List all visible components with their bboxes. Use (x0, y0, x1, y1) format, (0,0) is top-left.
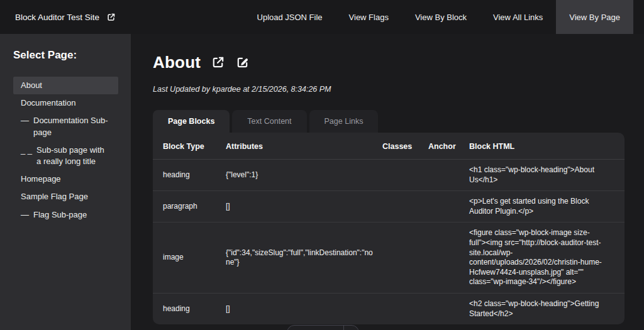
cell-anchor (428, 248, 469, 267)
cell-block-type: heading (163, 165, 226, 186)
table-column-header: Anchor (428, 133, 469, 159)
cell-block-html: <h2 class="wp-block-heading">Getting Sta… (469, 294, 613, 324)
cell-attributes: [] (226, 196, 382, 217)
nav-item[interactable]: View All Links (480, 0, 556, 34)
nav-item[interactable]: View Flags (336, 0, 402, 34)
tab[interactable]: Page Links (309, 110, 379, 133)
sidebar-heading: Select Page: (13, 49, 118, 62)
cell-classes (382, 300, 428, 319)
sidebar-page-item[interactable]: — Documentation Sub-page (13, 112, 118, 141)
cell-classes (382, 166, 428, 185)
page-blocks-panel: Block Type Attributes Classes Anchor Blo… (153, 133, 625, 324)
sidebar-page-item[interactable]: About (13, 77, 118, 94)
nav-item[interactable]: View By Page (556, 0, 633, 34)
cell-attributes: [] (226, 299, 382, 320)
cell-anchor (428, 197, 469, 216)
page-depth-prefix: — (21, 115, 29, 126)
site-title: Block Auditor Test Site (15, 13, 99, 22)
sidebar-page-item[interactable]: Sample Flag Page (13, 188, 118, 206)
page-title: About (153, 53, 201, 72)
cell-block-html: <p>Let's get started using the Block Aud… (469, 191, 613, 222)
table-body: heading {"level":1} <h1 class="wp-block-… (153, 160, 625, 324)
table-column-header: Attributes (226, 133, 382, 159)
table-column-header: Classes (382, 133, 428, 159)
sidebar-page-item[interactable]: — Flag Sub-page (13, 206, 118, 224)
cell-attributes: {"id":34,"sizeSlug":"full","linkDestinat… (226, 243, 382, 273)
external-link-icon (106, 13, 116, 22)
nav-item[interactable]: View By Block (402, 0, 480, 34)
sidebar-page-item[interactable]: Documentation (13, 94, 118, 112)
button-group-divider (343, 326, 344, 330)
app-window: Block Auditor Test Site Upload JSON File… (0, 0, 644, 330)
last-updated-text: Last Updated by kpardee at 2/15/2026, 8:… (153, 85, 644, 94)
page-item-label: Sample Flag Page (21, 191, 88, 202)
sidebar-page-item[interactable]: _ _ Sub-sub page with a really long titl… (13, 141, 118, 170)
page-depth-prefix: — (21, 209, 29, 221)
cell-block-html: <figure class="wp-block-image size-full"… (469, 223, 613, 293)
nav-item-label: View Flags (349, 13, 389, 22)
page-depth-prefix: _ _ (21, 145, 32, 156)
table-row: paragraph [] <p>Let's get started using … (153, 190, 625, 222)
open-page-button[interactable] (211, 55, 225, 70)
page-list: About Documentation — Documentation Sub-… (13, 77, 118, 224)
page-item-label: Sub-sub page with a really long title (36, 145, 111, 167)
cell-anchor (428, 166, 469, 185)
cell-block-type: paragraph (163, 196, 226, 217)
nav-item-label: Upload JSON File (257, 13, 323, 22)
topbar-nav: Upload JSON File View Flags View By Bloc… (244, 0, 644, 34)
main-panel: About (131, 34, 644, 330)
page-item-label: Documentation Sub-page (33, 115, 111, 138)
page-item-label: About (21, 80, 42, 91)
table-row: image {"id":34,"sizeSlug":"full","linkDe… (153, 222, 625, 293)
table-header-row: Block Type Attributes Classes Anchor Blo… (153, 133, 625, 160)
table-column-header: Block Type (163, 133, 226, 159)
page-item-label: Flag Sub-page (33, 209, 87, 221)
cell-block-html: <h1 class="wp-block-heading">About Us</h… (469, 160, 613, 190)
page-item-label: Documentation (21, 97, 75, 109)
content-area: Select Page: About Documentation — (0, 34, 644, 330)
edit-page-button[interactable] (235, 55, 250, 70)
cell-block-type: image (163, 247, 226, 268)
tab[interactable]: Text Content (232, 110, 306, 133)
nav-item[interactable]: Upload JSON File (244, 0, 336, 34)
table-column-header: Block HTML (469, 133, 613, 159)
cell-attributes: {"level":1} (226, 165, 382, 186)
nav-item-label: View All Links (493, 13, 543, 22)
cell-classes (382, 197, 428, 216)
external-link-icon (211, 55, 225, 70)
sidebar: Select Page: About Documentation — (0, 34, 131, 330)
site-title-link[interactable]: Block Auditor Test Site (0, 0, 116, 34)
edit-icon (235, 55, 250, 70)
topbar: Block Auditor Test Site Upload JSON File… (0, 0, 644, 34)
tab-label: Page Links (325, 117, 364, 126)
cell-classes (382, 248, 428, 267)
table-row: heading [] <h2 class="wp-block-heading">… (153, 293, 625, 324)
nav-item-label: View By Page (569, 13, 620, 22)
cell-block-type: heading (163, 299, 226, 320)
cell-anchor (428, 300, 469, 319)
table-row: heading {"level":1} <h1 class="wp-block-… (153, 160, 625, 190)
page-item-label: Homepage (21, 173, 61, 185)
nav-item-label: View By Block (415, 13, 467, 22)
tab-bar: Page Blocks Text Content Page Links (153, 110, 644, 133)
bottom-button-group[interactable] (287, 325, 359, 330)
sidebar-page-item[interactable]: Homepage (13, 170, 118, 188)
tab-label: Page Blocks (168, 117, 214, 126)
tab[interactable]: Page Blocks (153, 110, 230, 133)
page-header: About (153, 53, 644, 72)
tab-label: Text Content (247, 117, 291, 126)
